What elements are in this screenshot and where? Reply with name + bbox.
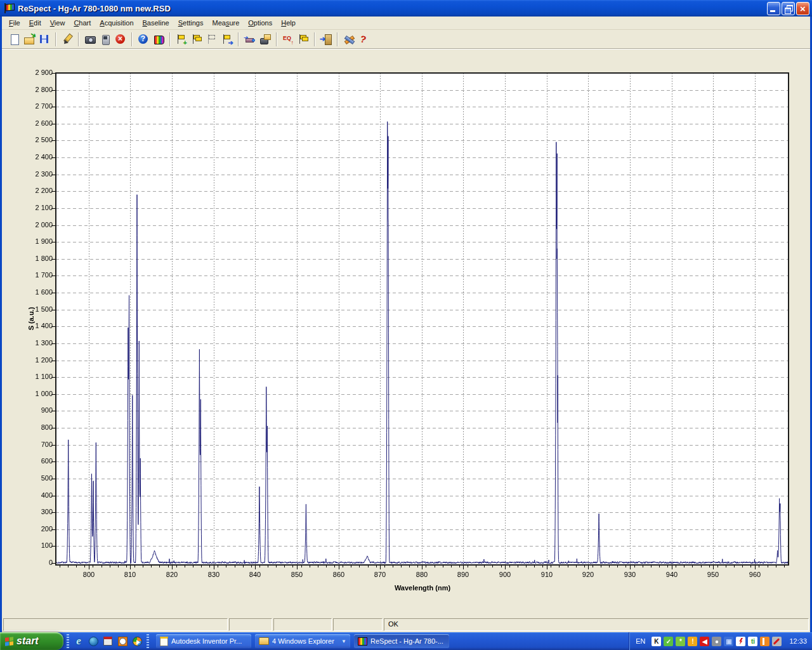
stop-acquisition-icon: [115, 34, 126, 45]
tray-icon-kaspersky[interactable]: K: [652, 637, 661, 646]
marker-delete-button[interactable]: [204, 32, 219, 47]
save-file-icon: [39, 34, 50, 45]
quick-launch-media-player-icon[interactable]: [131, 635, 143, 647]
tray-icon-shield-warning[interactable]: !: [688, 637, 697, 646]
y-axis-tick-label: 300: [3, 508, 53, 515]
edit-tool-button[interactable]: [60, 32, 75, 47]
y-axis-tick-label: 100: [3, 541, 53, 549]
menu-item-baseline[interactable]: Baseline: [138, 17, 174, 29]
desktop: ReSpect - Hg-Ar 780-1080 nm new.RSD File…: [0, 0, 812, 650]
taskbar-task-autodesk-inventor-pr[interactable]: Autodesk Inventor Pr...: [156, 634, 251, 648]
window-title: ReSpect - Hg-Ar 780-1080 nm new.RSD: [18, 4, 767, 13]
marker-add-button[interactable]: +: [174, 32, 189, 47]
status-panel-2: [229, 618, 272, 631]
x-axis-tick-label: 880: [406, 571, 438, 578]
y-axis-tick-label: 900: [3, 406, 53, 414]
acquire-device-button[interactable]: [98, 32, 113, 47]
start-button[interactable]: start: [0, 632, 63, 650]
edit-tool-icon: [62, 34, 73, 45]
help-button[interactable]: [136, 32, 151, 47]
snapshot-to-file-button[interactable]: [258, 32, 273, 47]
save-file-button[interactable]: [37, 32, 52, 47]
tray-icon-clover-green[interactable]: *: [676, 637, 685, 646]
open-file-button[interactable]: [22, 32, 37, 47]
x-axis-tick-label: 950: [697, 571, 729, 578]
respect-flag-icon: [358, 637, 367, 646]
baseline-subtract-button[interactable]: [242, 32, 258, 47]
eq-calibration-button[interactable]: [280, 32, 296, 47]
tray-icon-volume-speaker[interactable]: ◀: [700, 637, 709, 646]
y-axis-tick-label: 0: [3, 559, 53, 566]
acquire-camera-button[interactable]: [82, 32, 98, 47]
tray-icon-book-orange[interactable]: [760, 637, 769, 646]
spectrum-chart-canvas[interactable]: [2, 50, 810, 616]
marker-delete-icon: [206, 34, 218, 45]
y-axis-tick-label: 1 200: [3, 356, 53, 364]
y-axis-tick-label: 2 500: [3, 136, 53, 143]
menu-item-help[interactable]: Help: [277, 17, 300, 29]
new-document-button[interactable]: [6, 32, 22, 47]
stop-acquisition-button[interactable]: [113, 32, 128, 47]
close-button[interactable]: [796, 2, 809, 15]
taskbar-task-4-windows-explorer[interactable]: 4 Windows Explorer▼: [255, 634, 350, 648]
folder-icon: [259, 637, 269, 645]
tray-icon-ti-utility[interactable]: ti: [748, 637, 757, 646]
x-axis-tick-label: 840: [239, 571, 271, 578]
x-axis-tick-label: 920: [572, 571, 604, 578]
color-palette-book-button[interactable]: [151, 32, 166, 47]
language-indicator[interactable]: EN: [636, 637, 645, 645]
menu-item-chart[interactable]: Chart: [69, 17, 95, 29]
minimize-button[interactable]: [767, 2, 780, 15]
toolbar-separator: [337, 32, 338, 46]
menu-bar: FileEditViewChartAcquisitionBaselineSett…: [2, 17, 810, 30]
menu-item-edit[interactable]: Edit: [25, 17, 46, 29]
chevron-down-icon[interactable]: ▼: [341, 639, 346, 644]
quick-launch-disk-utility-icon[interactable]: [102, 635, 114, 647]
restore-button[interactable]: [782, 2, 795, 15]
quick-launch-clock-app-icon[interactable]: [116, 635, 129, 647]
task-label: 4 Windows Explorer: [272, 637, 334, 645]
task-area-handle[interactable]: [147, 634, 149, 648]
y-axis-tick-label: 200: [3, 525, 53, 533]
tray-icon-device-monitor[interactable]: ●: [712, 637, 721, 646]
tray-icon-antivirus-check[interactable]: ✓: [664, 637, 673, 646]
toolbar-separator: [314, 32, 315, 46]
y-axis-tick-label: 1 700: [3, 271, 53, 279]
x-axis-tick-label: 810: [114, 571, 146, 578]
y-axis-tick-label: 1 100: [3, 373, 53, 380]
menu-item-settings[interactable]: Settings: [174, 17, 208, 29]
tray-icon-blocked-device[interactable]: [772, 637, 782, 646]
color-palette-book-icon: [153, 34, 164, 45]
marker-pair-button[interactable]: [296, 32, 311, 47]
snapshot-to-file-icon: [259, 34, 271, 45]
quick-launch-web-globe-icon[interactable]: [87, 635, 100, 647]
acquire-device-icon: [100, 34, 111, 45]
quick-launch-internet-explorer-icon[interactable]: e: [72, 635, 85, 647]
tray-icon-display-settings[interactable]: ▣: [724, 637, 733, 646]
menu-item-measure[interactable]: Measure: [207, 17, 244, 29]
status-panel-3: [273, 618, 332, 631]
marker-add-icon: +: [176, 34, 187, 45]
y-axis-tick-label: 2 400: [3, 153, 53, 161]
toolbar: +➔: [2, 30, 810, 49]
menu-item-acquisition[interactable]: Acquisition: [95, 17, 138, 29]
y-axis-tick-label: 1 900: [3, 237, 53, 245]
marker-move-button[interactable]: ➔: [219, 32, 235, 47]
menu-item-view[interactable]: View: [46, 17, 70, 29]
menu-item-file[interactable]: File: [4, 17, 25, 29]
exit-acquisition-button[interactable]: [318, 32, 334, 47]
taskbar-task-respect-hg-ar-780[interactable]: ReSpect - Hg-Ar 780-...: [354, 634, 449, 648]
tray-icon-power-lightning[interactable]: [736, 637, 745, 646]
status-panel-4: [333, 618, 383, 631]
chart-client-area: 01002003004005006007008009001 0001 1001 …: [2, 49, 810, 615]
taskbar-clock[interactable]: 12:33: [789, 637, 807, 645]
x-axis-tick-label: 860: [323, 571, 355, 578]
context-help-button[interactable]: [357, 32, 372, 47]
marker-copy-button[interactable]: [189, 32, 204, 47]
eq-calibration-icon: [282, 34, 294, 45]
quick-launch-handle[interactable]: [67, 634, 69, 648]
y-axis-tick-label: 2 100: [3, 204, 53, 211]
settings-tools-button[interactable]: [341, 32, 357, 47]
menu-item-options[interactable]: Options: [244, 17, 277, 29]
marker-move-icon: ➔: [221, 34, 233, 45]
